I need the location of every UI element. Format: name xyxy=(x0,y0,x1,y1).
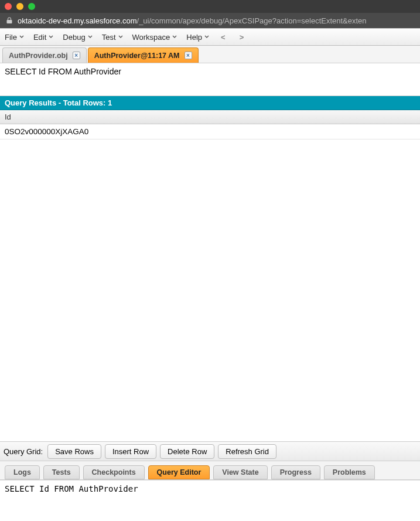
tab-problems[interactable]: Problems xyxy=(324,465,375,479)
bottom-panel-tabs: Logs Tests Checkpoints Query Editor View… xyxy=(0,461,420,480)
menu-bar: File Edit Debug Test Workspace Help < > xyxy=(0,28,420,46)
file-tab-label: AuthProvider.obj xyxy=(9,52,68,60)
url-domain: oktaoidc-dev-ed.my.salesforce.com xyxy=(18,16,137,25)
tab-checkpoints[interactable]: Checkpoints xyxy=(83,465,145,479)
traffic-lights xyxy=(5,3,35,10)
window-maximize-button[interactable] xyxy=(28,3,35,10)
menu-workspace[interactable]: Workspace xyxy=(132,33,177,42)
nav-forward-button[interactable]: > xyxy=(237,33,247,42)
browser-url-bar[interactable]: oktaoidc-dev-ed.my.salesforce.com/_ui/co… xyxy=(0,13,420,28)
close-icon[interactable]: × xyxy=(185,52,192,59)
menu-file[interactable]: File xyxy=(5,33,24,42)
tab-tests[interactable]: Tests xyxy=(43,465,80,479)
column-header-id[interactable]: Id xyxy=(0,110,420,124)
tab-logs[interactable]: Logs xyxy=(5,465,40,479)
results-grid[interactable]: 0SO2v000000XjXAGA0 xyxy=(0,124,420,441)
close-icon[interactable]: × xyxy=(73,52,80,59)
file-tab-authprovider-query[interactable]: AuthProvider@11:17 AM × xyxy=(88,47,199,63)
delete-row-button[interactable]: Delete Row xyxy=(160,444,214,459)
results-header: Query Results - Total Rows: 1 xyxy=(0,96,420,110)
file-tab-authprovider-obj[interactable]: AuthProvider.obj × xyxy=(2,47,87,63)
menu-edit[interactable]: Edit xyxy=(33,33,53,42)
menu-help[interactable]: Help xyxy=(186,33,209,42)
lock-icon xyxy=(6,17,13,24)
nav-back-button[interactable]: < xyxy=(218,33,228,42)
tab-query-editor[interactable]: Query Editor xyxy=(148,465,210,479)
file-tab-label: AuthProvider@11:17 AM xyxy=(94,52,180,60)
query-grid-toolbar: Query Grid: Save Rows Insert Row Delete … xyxy=(0,441,420,461)
refresh-grid-button[interactable]: Refresh Grid xyxy=(218,444,276,459)
tab-view-state[interactable]: View State xyxy=(213,465,267,479)
menu-test[interactable]: Test xyxy=(102,33,123,42)
insert-row-button[interactable]: Insert Row xyxy=(105,444,156,459)
main-panel: SELECT Id FROM AuthProvider Query Result… xyxy=(0,63,420,521)
window-close-button[interactable] xyxy=(5,3,12,10)
tab-progress[interactable]: Progress xyxy=(271,465,320,479)
window-minimize-button[interactable] xyxy=(16,3,23,10)
save-rows-button[interactable]: Save Rows xyxy=(47,444,101,459)
menu-debug[interactable]: Debug xyxy=(63,33,92,42)
url-path: /_ui/common/apex/debug/ApexCSIPage?actio… xyxy=(137,16,367,25)
query-editor-textarea[interactable]: SELECT Id FROM AuthProvider xyxy=(0,480,420,521)
query-grid-label: Query Grid: xyxy=(4,447,43,456)
table-row[interactable]: 0SO2v000000XjXAGA0 xyxy=(0,124,420,139)
file-tabs: AuthProvider.obj × AuthProvider@11:17 AM… xyxy=(0,46,420,63)
window-titlebar xyxy=(0,0,420,13)
cell-id: 0SO2v000000XjXAGA0 xyxy=(5,127,88,136)
executed-query-text: SELECT Id FROM AuthProvider xyxy=(0,63,420,96)
